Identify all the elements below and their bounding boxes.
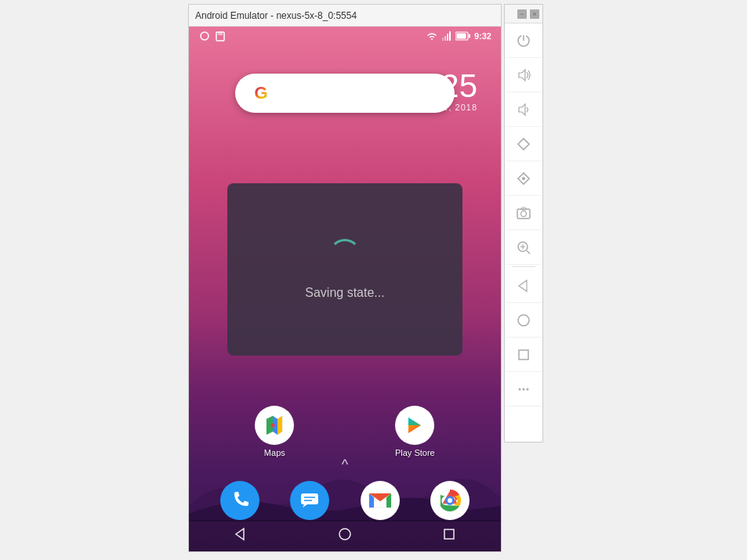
volume-up-button[interactable] <box>506 58 541 92</box>
date-day-of-week: FRIDAY, 2018 <box>369 103 477 112</box>
home-icon <box>516 313 531 328</box>
back-icon <box>516 278 531 294</box>
svg-rect-6 <box>444 36 446 41</box>
svg-marker-26 <box>236 529 244 540</box>
maps-app-item[interactable]: Maps <box>255 406 294 457</box>
svg-marker-32 <box>519 104 525 115</box>
home-button[interactable] <box>506 303 541 338</box>
play-store-icon-circle <box>395 406 434 445</box>
svg-point-48 <box>527 388 529 390</box>
svg-point-44 <box>518 315 529 326</box>
status-bar: 9:32 <box>189 27 501 45</box>
google-g-letter: G <box>254 83 267 103</box>
svg-rect-36 <box>517 209 530 219</box>
recents-button[interactable] <box>506 338 541 372</box>
emulator-window: Android Emulator - nexus-5x-8_0:5554 <box>188 4 502 552</box>
recents-icon <box>516 347 531 363</box>
sidebar-divider <box>512 266 535 267</box>
saving-state-overlay: Saving state... <box>227 183 462 356</box>
back-nav-button[interactable] <box>233 526 248 545</box>
messages-icon <box>299 490 320 511</box>
svg-rect-33 <box>518 138 529 149</box>
navigation-bar <box>189 520 501 551</box>
rotate-right-button[interactable] <box>506 161 541 196</box>
maps-icon-circle <box>255 406 294 445</box>
svg-rect-5 <box>442 38 444 41</box>
messages-dock-icon[interactable] <box>290 481 329 520</box>
status-left-icons <box>198 30 227 42</box>
chrome-icon <box>438 489 462 512</box>
svg-marker-31 <box>519 70 525 81</box>
phone-screen[interactable]: 9:32 G May 25 FRIDAY, 2018 Saving state.… <box>189 27 501 551</box>
sd-status-icon <box>214 30 227 42</box>
svg-point-46 <box>519 388 521 390</box>
play-store-app-item[interactable]: Play Store <box>395 406 435 457</box>
sidebar-close-btn[interactable]: × <box>530 9 539 19</box>
more-button[interactable] <box>506 372 541 406</box>
bottom-dock <box>189 481 501 520</box>
back-triangle-icon <box>233 526 248 542</box>
sidebar-minimize-btn[interactable]: − <box>517 9 527 19</box>
clock: 9:32 <box>474 31 491 41</box>
circle-status-icon <box>198 30 211 42</box>
svg-rect-10 <box>469 34 470 38</box>
gmail-dock-icon[interactable] <box>361 481 400 520</box>
svg-point-37 <box>521 211 527 216</box>
loading-spinner <box>329 239 361 270</box>
play-store-label: Play Store <box>395 448 435 457</box>
signal-icon <box>441 31 452 42</box>
svg-rect-28 <box>444 529 454 539</box>
svg-marker-43 <box>519 280 527 291</box>
phone-icon <box>230 490 250 511</box>
svg-point-27 <box>339 529 350 540</box>
volume-up-icon <box>516 67 531 83</box>
volume-down-button[interactable] <box>506 92 541 127</box>
svg-point-25 <box>448 498 452 503</box>
svg-point-47 <box>523 388 525 390</box>
wifi-icon <box>426 31 438 42</box>
svg-rect-7 <box>447 34 448 41</box>
maps-label: Maps <box>264 448 285 457</box>
rotate-left-icon <box>516 136 531 152</box>
battery-icon <box>455 31 471 41</box>
screenshot-icon <box>516 205 531 221</box>
svg-rect-15 <box>301 493 318 504</box>
svg-point-0 <box>201 32 209 40</box>
svg-rect-11 <box>456 34 466 39</box>
svg-point-13 <box>271 424 275 428</box>
home-circle-icon <box>337 526 353 542</box>
rotate-left-button[interactable] <box>506 127 541 161</box>
recents-square-icon <box>441 526 457 542</box>
power-button[interactable] <box>506 23 541 58</box>
saving-text: Saving state... <box>305 286 384 300</box>
svg-rect-8 <box>449 31 451 41</box>
title-bar: Android Emulator - nexus-5x-8_0:5554 <box>189 5 501 27</box>
recents-nav-button[interactable] <box>441 526 457 545</box>
power-icon <box>516 33 531 49</box>
svg-rect-45 <box>519 350 528 359</box>
app-icons-row: Maps <box>189 406 501 457</box>
zoom-button[interactable] <box>506 230 541 265</box>
play-store-svg <box>402 413 427 438</box>
google-logo: G <box>248 80 274 107</box>
svg-line-40 <box>527 251 530 254</box>
sidebar-top-bar: − × <box>505 5 542 23</box>
date-day: May 25 <box>369 70 477 103</box>
volume-down-icon <box>516 102 531 117</box>
phone-dock-icon[interactable] <box>220 481 259 520</box>
rotate-right-icon <box>516 171 531 186</box>
maps-svg <box>262 413 287 438</box>
date-display: May 25 FRIDAY, 2018 <box>369 70 477 112</box>
chrome-dock-icon[interactable] <box>430 481 470 520</box>
zoom-icon <box>516 240 531 255</box>
svg-point-35 <box>522 177 525 180</box>
screenshot-button[interactable] <box>506 196 541 230</box>
home-nav-button[interactable] <box>337 526 353 545</box>
sidebar-controls: − × <box>504 4 543 443</box>
window-title: Android Emulator - nexus-5x-8_0:5554 <box>195 10 357 21</box>
more-icon <box>516 381 531 397</box>
gmail-icon <box>368 491 392 510</box>
back-button[interactable] <box>506 269 541 303</box>
status-right-icons: 9:32 <box>426 31 491 42</box>
